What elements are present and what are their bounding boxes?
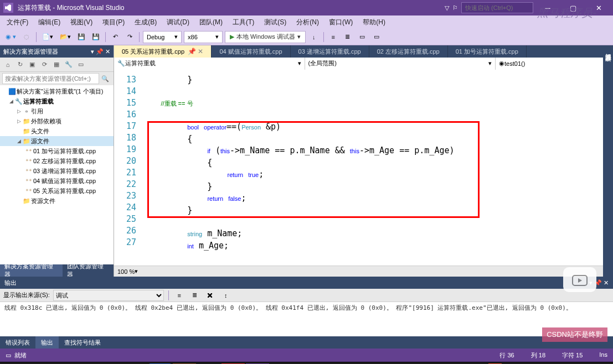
panel-close-icon[interactable]: ✕	[604, 279, 609, 286]
maximize-button[interactable]: ▢	[562, 0, 584, 15]
editor-tab-04[interactable]: 04 赋值运算符重载.cpp	[212, 45, 290, 58]
menu-window[interactable]: 窗口(W)	[324, 16, 357, 28]
save-all-button[interactable]: 💾	[90, 31, 102, 43]
preview-icon[interactable]: ▭	[75, 59, 86, 70]
output-panel: 输出▾ 📌 ✕ 显示输出来源(S): 调试 ≡ ≣ 🗙 ↕ 线程 0x318c …	[0, 277, 613, 349]
close-icon[interactable]: 📌 ✕	[188, 48, 203, 55]
home-icon[interactable]: ⌂	[2, 59, 13, 70]
out-btn4[interactable]: ↕	[220, 289, 232, 301]
nav-scope[interactable]: 🔧 运算符重载▾	[114, 58, 305, 70]
run-button[interactable]: ▶本地 Windows 调试器▾	[225, 31, 306, 43]
csdn-watermark: CSDN站不是终野	[542, 327, 607, 342]
notif-icon[interactable]: ⚐	[452, 4, 458, 12]
toolbar: ◉ ▾ ◌ 📄▾ 📂▾ 💾 💾 ↶ ↷ Debug▾ x86▾ ▶本地 Wind…	[0, 29, 613, 45]
status-col: 列 18	[531, 351, 545, 360]
menu-analyze[interactable]: 分析(N)	[292, 16, 323, 28]
menu-edit[interactable]: 编辑(E)	[34, 16, 65, 28]
out-btn3[interactable]: 🗙	[204, 289, 217, 301]
tab-find-results[interactable]: 查找符号结果	[59, 336, 106, 349]
right-sidebar[interactable]: 通知 诊断工具	[603, 45, 613, 277]
refresh-icon[interactable]: ↻	[14, 59, 25, 70]
collapse-icon[interactable]: ▣	[27, 59, 38, 70]
menu-project[interactable]: 项目(P)	[98, 16, 129, 28]
status-char: 字符 15	[562, 351, 583, 360]
redo-button[interactable]: ↷	[123, 31, 136, 43]
editor-tab-02[interactable]: 02 左移运算符重载.cpp	[369, 45, 448, 58]
config-combo[interactable]: Debug▾	[143, 31, 182, 43]
menu-build[interactable]: 生成(B)	[130, 16, 161, 28]
tab-team-explorer[interactable]: 团队资源管理器	[63, 264, 114, 277]
menu-debug[interactable]: 调试(D)	[162, 16, 194, 28]
solution-tree[interactable]: 🟦解决方案"运算符重载"(1 个项目) ◢🔧运算符重载 ▷▫引用 ▷📁外部依赖项…	[0, 85, 114, 264]
menu-view[interactable]: 视图(V)	[66, 16, 97, 28]
misc3-button[interactable]: ▭	[356, 31, 368, 43]
misc2-button[interactable]: ≣	[342, 31, 354, 43]
menu-file[interactable]: 文件(F)	[2, 16, 33, 28]
properties-icon[interactable]: 🔧	[63, 59, 74, 70]
title-bar: 运算符重载 - Microsoft Visual Studio ▽ ⚐ ─ ▢ …	[0, 0, 613, 15]
quick-launch-input[interactable]	[461, 2, 533, 13]
out-btn2[interactable]: ≣	[189, 289, 201, 301]
solution-explorer: 解决方案资源管理器 ▾ 📌 ✕ ⌂ ↻ ▣ ⟳ ▦ 🔧 ▭ 🔍 🟦解决方案"运算…	[0, 45, 114, 277]
menu-team[interactable]: 团队(M)	[195, 16, 227, 28]
open-button[interactable]: 📂▾	[58, 31, 73, 43]
close-button[interactable]: ✕	[588, 0, 610, 15]
editor-tab-01[interactable]: 01 加号运算符重载.cpp	[448, 45, 527, 58]
status-bar: ▭就绪 行 36 列 18 字符 15 Ins	[0, 349, 613, 362]
menu-test[interactable]: 测试(S)	[260, 16, 291, 28]
menu-bar: 文件(F) 编辑(E) 视图(V) 项目(P) 生成(B) 调试(D) 团队(M…	[0, 15, 613, 29]
output-text[interactable]: 线程 0x318c 已退出, 返回值为 0 (0x0)。 线程 0x2be4 已…	[0, 302, 613, 336]
nav-global[interactable]: (全局范围)▾	[305, 58, 496, 70]
flag-icon[interactable]: ▽	[445, 4, 449, 12]
menu-help[interactable]: 帮助(H)	[358, 16, 390, 28]
solution-explorer-title: 解决方案资源管理器 ▾ 📌 ✕	[0, 45, 114, 58]
editor-area: 05 关系运算符重载.cpp📌 ✕ 04 赋值运算符重载.cpp 03 递增运算…	[114, 45, 613, 277]
editor-tab-03[interactable]: 03 递增运算符重载.cpp	[291, 45, 369, 58]
tab-output[interactable]: 输出	[35, 336, 59, 349]
out-btn1[interactable]: ≡	[173, 289, 186, 301]
save-button[interactable]: 💾	[75, 31, 87, 43]
output-from-label: 显示输出来源(S):	[3, 291, 50, 299]
misc1-button[interactable]: ≡	[327, 31, 339, 43]
tab-error-list[interactable]: 错误列表	[0, 336, 35, 349]
solution-search-input[interactable]	[2, 73, 99, 84]
status-ready-icon: ▭	[6, 352, 11, 359]
platform-combo[interactable]: x86▾	[184, 31, 223, 43]
windows-taskbar: ⊞ ○ ▭ 📁 e ◉ ∞ T ◐ ✕ ∞ 🎨 S 英 👤 ☁ ⚙ 🔊	[0, 362, 613, 364]
code-nav-bar: 🔧 运算符重载▾ (全局范围)▾ ◉ test01()▾	[114, 58, 613, 70]
window-title: 运算符重载 - Microsoft Visual Studio	[18, 3, 445, 13]
editor-tabs: 05 关系运算符重载.cpp📌 ✕ 04 赋值运算符重载.cpp 03 递增运算…	[114, 45, 613, 58]
new-button[interactable]: 📄▾	[40, 31, 55, 43]
nav-func[interactable]: ◉ test01()▾	[496, 58, 613, 70]
tab-solution-explorer[interactable]: 解决方案资源管理器	[0, 264, 63, 277]
misc4-button[interactable]: ▭	[370, 31, 383, 43]
undo-button[interactable]: ↶	[109, 31, 121, 43]
output-source-select[interactable]: 调试	[53, 290, 164, 301]
step-button[interactable]: ↓	[308, 31, 320, 43]
sync-icon[interactable]: ⟳	[39, 59, 50, 70]
solution-toolbar: ⌂ ↻ ▣ ⟳ ▦ 🔧 ▭	[0, 58, 114, 72]
zoom-indicator[interactable]: 100 % ▾	[114, 266, 613, 277]
status-line: 行 36	[499, 351, 514, 360]
editor-tab-05[interactable]: 05 关系运算符重载.cpp📌 ✕	[114, 45, 212, 58]
nav-fwd-button[interactable]: ◌	[20, 31, 33, 43]
panel-close-icon[interactable]: ✕	[105, 48, 110, 55]
pin-icon[interactable]: ▾ 📌	[91, 48, 104, 55]
minimize-button[interactable]: ─	[537, 0, 559, 15]
status-ins: Ins	[599, 351, 607, 360]
menu-tools[interactable]: 工具(T)	[228, 16, 259, 28]
vs-logo-icon	[3, 3, 13, 13]
bilibili-play-icon[interactable]	[563, 267, 596, 292]
nav-back-button[interactable]: ◉ ▾	[3, 31, 18, 43]
code-editor[interactable]: 13 14 15 16 17 18 19 20 21 22 23 24 25 2…	[114, 70, 613, 266]
showall-icon[interactable]: ▦	[51, 59, 62, 70]
